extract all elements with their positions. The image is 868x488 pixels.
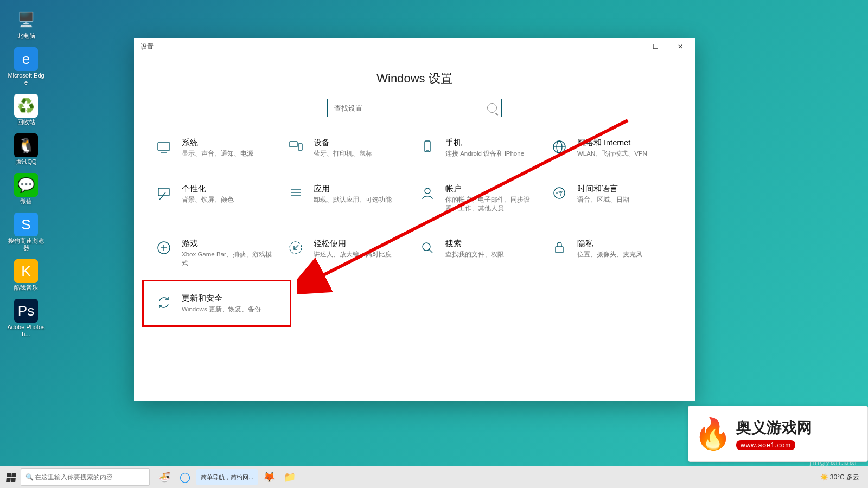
desktop-icon-edge[interactable]: eMicrosoft Edge: [7, 47, 46, 86]
ease-icon: [286, 239, 305, 257]
edge-icon: e: [14, 47, 38, 71]
kuwo-icon: K: [14, 259, 38, 283]
window-title: 设置: [141, 42, 154, 52]
settings-category-search[interactable]: 搜索 查找我的文件、权限: [417, 236, 544, 269]
site-badge: 🔥 奥义游戏网 www.aoe1.com: [688, 406, 868, 462]
settings-search-input[interactable]: [333, 104, 496, 113]
update-icon: [155, 293, 173, 312]
category-title: 更新和安全: [182, 293, 261, 304]
category-title: 游戏: [182, 239, 274, 249]
accounts-icon: [418, 184, 437, 202]
search-icon: [418, 239, 437, 257]
wechat-icon: 💬: [14, 173, 38, 197]
search-icon: 🔍: [25, 473, 34, 481]
desktop-icon-label: Adobe Photosh...: [7, 324, 46, 338]
svg-rect-3: [298, 144, 302, 150]
desktop-icon-label: 搜狗高速浏览器: [7, 237, 46, 252]
svg-rect-2: [290, 142, 297, 147]
close-button[interactable]: ✕: [668, 38, 693, 55]
taskbar-app-explorer[interactable]: 📁: [280, 469, 299, 485]
taskbar-weather[interactable]: ☀️ 30°C 多云: [820, 473, 860, 482]
settings-category-network[interactable]: 网络和 Internet WLAN、飞行模式、VPN: [549, 136, 675, 160]
settings-category-accounts[interactable]: 帐户 你的帐户、电子邮件、同步设置、工作、其他人员: [417, 182, 544, 215]
svg-line-21: [429, 249, 432, 253]
desktop-icon-sogou[interactable]: S搜狗高速浏览器: [7, 213, 46, 252]
settings-category-gaming[interactable]: 游戏 Xbox Game Bar、捕获、游戏模式: [154, 236, 280, 269]
flame-icon: 🔥: [694, 416, 732, 452]
search-icon: [487, 103, 497, 113]
page-title: Windows 设置: [154, 70, 675, 87]
personalization-icon: [155, 184, 173, 202]
settings-category-privacy[interactable]: 隐私 位置、摄像头、麦克风: [549, 236, 675, 269]
category-desc: 查找我的文件、权限: [445, 250, 504, 259]
category-title: 个性化: [182, 184, 234, 194]
taskbar-app-sogou[interactable]: ◯: [176, 469, 194, 485]
category-title: 轻松使用: [314, 239, 392, 249]
windows-icon: [6, 473, 16, 482]
phone-icon: [418, 138, 437, 156]
settings-category-update[interactable]: 更新和安全 Windows 更新、恢复、备份: [154, 291, 280, 316]
network-icon: [550, 138, 569, 156]
desktop-icon-recycle[interactable]: ♻️回收站: [7, 94, 46, 126]
gaming-icon: [155, 239, 173, 257]
category-title: 帐户: [445, 184, 538, 194]
category-title: 系统: [182, 138, 253, 148]
desktop: 🖥️此电脑eMicrosoft Edge♻️回收站🐧腾讯QQ💬微信S搜狗高速浏览…: [0, 0, 868, 488]
taskbar-search[interactable]: 🔍: [21, 468, 150, 486]
system-icon: [155, 138, 173, 156]
taskbar-search-input[interactable]: [34, 473, 145, 481]
desktop-icon-kuwo[interactable]: K酷我音乐: [7, 259, 46, 291]
settings-category-time[interactable]: A字 时间和语言 语音、区域、日期: [549, 182, 675, 215]
pc-icon: 🖥️: [14, 8, 38, 31]
start-button[interactable]: [3, 470, 18, 485]
desktop-icon-wechat[interactable]: 💬微信: [7, 173, 46, 205]
settings-window: 设置 ─ ☐ ✕ Windows 设置 系统 显示、声音、通知、电源 设备 蓝牙…: [134, 38, 695, 401]
time-icon: A字: [550, 184, 569, 202]
category-desc: WLAN、飞行模式、VPN: [577, 149, 647, 158]
svg-point-20: [423, 243, 430, 251]
category-desc: Xbox Game Bar、捕获、游戏模式: [182, 250, 274, 267]
desktop-icon-pc[interactable]: 🖥️此电脑: [7, 8, 46, 40]
desktop-icons: 🖥️此电脑eMicrosoft Edge♻️回收站🐧腾讯QQ💬微信S搜狗高速浏览…: [7, 8, 50, 345]
settings-grid: 系统 显示、声音、通知、电源 设备 蓝牙、打印机、鼠标 手机 连接 Androi…: [154, 136, 675, 316]
category-desc: 连接 Android 设备和 iPhone: [445, 149, 524, 158]
svg-text:A字: A字: [555, 191, 563, 196]
taskbar-app-edge[interactable]: 简单导航，简约网...: [196, 469, 258, 485]
taskbar-apps: 🍜 ◯ 简单导航，简约网... 🦊 📁: [155, 469, 299, 485]
taskbar-app-firefox[interactable]: 🦊: [260, 469, 278, 485]
maximize-button[interactable]: ☐: [643, 38, 668, 55]
desktop-icon-label: Microsoft Edge: [7, 72, 46, 86]
apps-icon: [286, 184, 305, 202]
category-title: 设备: [314, 138, 372, 148]
category-title: 手机: [445, 138, 524, 148]
svg-point-13: [425, 188, 430, 194]
minimize-button[interactable]: ─: [618, 38, 643, 55]
category-title: 时间和语言: [577, 184, 629, 194]
svg-rect-4: [425, 141, 430, 152]
svg-rect-0: [158, 143, 170, 150]
category-desc: 讲述人、放大镜、高对比度: [314, 250, 392, 259]
settings-category-ease[interactable]: 轻松使用 讲述人、放大镜、高对比度: [285, 236, 412, 269]
category-desc: 卸载、默认应用、可选功能: [314, 195, 392, 204]
settings-category-apps[interactable]: 应用 卸载、默认应用、可选功能: [285, 182, 412, 215]
settings-search[interactable]: [327, 99, 502, 117]
qq-icon: 🐧: [14, 133, 38, 157]
desktop-icon-label: 酷我音乐: [7, 284, 46, 291]
taskbar: 🔍 🍜 ◯ 简单导航，简约网... 🦊 📁 ☀️ 30°C 多云: [0, 466, 868, 488]
desktop-icon-label: 回收站: [7, 119, 46, 126]
taskbar-app-nezha[interactable]: 🍜: [155, 469, 174, 485]
category-desc: 位置、摄像头、麦克风: [577, 250, 642, 259]
recycle-icon: ♻️: [14, 94, 38, 118]
settings-category-system[interactable]: 系统 显示、声音、通知、电源: [154, 136, 280, 160]
desktop-icon-label: 此电脑: [7, 33, 46, 40]
svg-rect-22: [556, 247, 563, 253]
settings-category-devices[interactable]: 设备 蓝牙、打印机、鼠标: [285, 136, 412, 160]
settings-category-phone[interactable]: 手机 连接 Android 设备和 iPhone: [417, 136, 544, 160]
site-badge-title: 奥义游戏网: [736, 418, 812, 438]
settings-category-personalization[interactable]: 个性化 背景、锁屏、颜色: [154, 182, 280, 215]
desktop-icon-label: 腾讯QQ: [7, 158, 46, 165]
sogou-icon: S: [14, 213, 38, 236]
desktop-icon-qq[interactable]: 🐧腾讯QQ: [7, 133, 46, 165]
desktop-icon-ps[interactable]: PsAdobe Photosh...: [7, 299, 46, 338]
category-desc: 蓝牙、打印机、鼠标: [314, 149, 372, 158]
